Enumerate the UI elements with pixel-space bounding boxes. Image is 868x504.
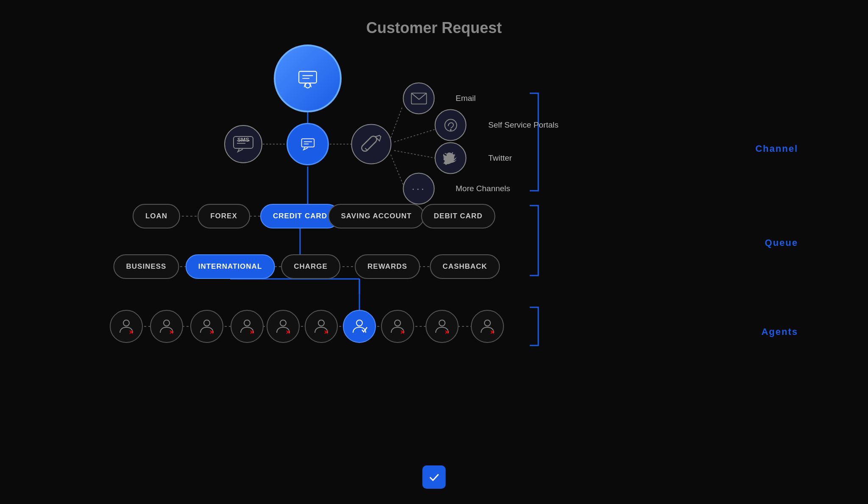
agent-1 bbox=[110, 310, 143, 343]
svg-point-21 bbox=[305, 83, 310, 88]
twitter-node bbox=[435, 142, 467, 174]
channel-label: Channel bbox=[755, 143, 798, 154]
svg-point-40 bbox=[204, 320, 210, 326]
agents-label: Agents bbox=[761, 326, 798, 337]
agent-4 bbox=[231, 310, 264, 343]
twitter-label: Twitter bbox=[488, 153, 512, 163]
svg-point-34 bbox=[123, 320, 129, 326]
chat-center-node bbox=[287, 123, 329, 165]
agent-9 bbox=[426, 310, 459, 343]
svg-point-52 bbox=[356, 320, 362, 326]
morechannels-label: More Channels bbox=[456, 184, 510, 193]
agent-3 bbox=[190, 310, 223, 343]
svg-point-53 bbox=[395, 320, 401, 326]
queue-business[interactable]: BUSINESS bbox=[114, 254, 179, 279]
svg-point-56 bbox=[439, 320, 445, 326]
queue-rewards[interactable]: REWARDS bbox=[355, 254, 420, 279]
connections-svg bbox=[0, 0, 868, 504]
queue-international[interactable]: INTERNATIONAL bbox=[186, 254, 275, 279]
agent-10 bbox=[471, 310, 504, 343]
customer-node bbox=[274, 45, 342, 112]
agent-2 bbox=[150, 310, 183, 343]
queue-loan[interactable]: LOAN bbox=[133, 204, 180, 228]
selfservice-label: Self Service Portals bbox=[488, 120, 559, 130]
svg-point-43 bbox=[244, 320, 250, 326]
email-node bbox=[403, 83, 435, 114]
tools-node bbox=[351, 124, 392, 164]
svg-line-12 bbox=[394, 129, 435, 142]
sms-node: SMS bbox=[224, 125, 262, 163]
svg-point-33 bbox=[450, 129, 451, 131]
svg-point-37 bbox=[164, 320, 170, 326]
diagram-container: Customer Request SMS bbox=[0, 0, 868, 504]
svg-line-14 bbox=[391, 155, 405, 189]
queue-forex[interactable]: FOREX bbox=[198, 204, 250, 228]
page-title: Customer Request bbox=[366, 19, 502, 37]
queue-cashback[interactable]: CASHBACK bbox=[430, 254, 500, 279]
check-node bbox=[423, 465, 446, 489]
svg-rect-18 bbox=[299, 71, 317, 83]
email-label: Email bbox=[456, 94, 476, 103]
svg-point-49 bbox=[318, 320, 324, 326]
agent-8 bbox=[381, 310, 414, 343]
svg-point-59 bbox=[484, 320, 490, 326]
svg-rect-24 bbox=[301, 139, 314, 147]
svg-line-13 bbox=[394, 150, 435, 158]
agent-6 bbox=[305, 310, 338, 343]
queue-debit-card[interactable]: DEBIT CARD bbox=[421, 204, 495, 228]
morechannels-node: ··· bbox=[403, 173, 435, 205]
agent-7-active bbox=[343, 310, 376, 343]
svg-line-11 bbox=[391, 106, 403, 138]
svg-point-46 bbox=[280, 320, 286, 326]
queue-saving-account[interactable]: SAVING ACCOUNT bbox=[328, 204, 425, 228]
selfservice-node bbox=[435, 109, 467, 141]
agent-5 bbox=[267, 310, 300, 343]
queue-label: Queue bbox=[765, 237, 798, 248]
queue-charge[interactable]: CHARGE bbox=[281, 254, 340, 279]
